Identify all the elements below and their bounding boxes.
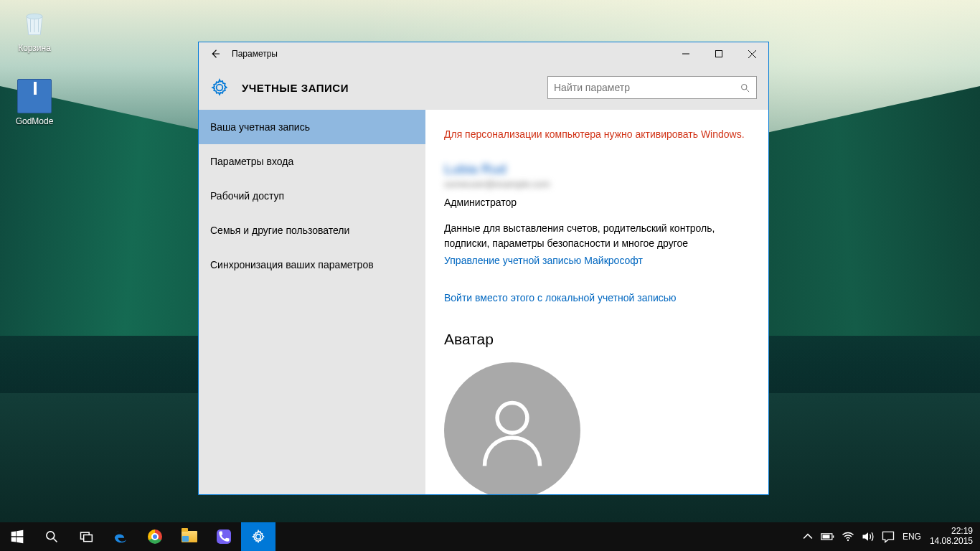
- gear-icon: [251, 529, 265, 544]
- chrome-icon: [148, 529, 162, 544]
- desktop-icon-godmode[interactable]: GodMode: [7, 79, 62, 126]
- taskbar-app-edge[interactable]: [103, 522, 138, 551]
- svg-point-7: [497, 402, 527, 433]
- search-input[interactable]: [554, 82, 740, 93]
- system-tray: ENG 22:19 14.08.2015: [798, 522, 980, 551]
- user-role: Администратор: [444, 197, 750, 208]
- avatar-heading: Аватар: [444, 331, 750, 348]
- taskbar: ENG 22:19 14.08.2015: [0, 522, 980, 551]
- svg-rect-11: [84, 535, 93, 542]
- sidebar-item-your-account[interactable]: Ваша учетная запись: [199, 110, 425, 144]
- settings-body: Ваша учетная запись Параметры входа Рабо…: [199, 110, 768, 494]
- manage-account-link[interactable]: Управление учетной записью Майкрософт: [444, 255, 643, 266]
- svg-rect-14: [822, 535, 829, 539]
- desktop-icon-label: Корзина: [7, 43, 62, 53]
- taskbar-app-explorer[interactable]: [172, 522, 207, 551]
- user-display-name: Lubia Rud: [444, 161, 750, 177]
- tray-battery[interactable]: [818, 522, 838, 551]
- volume-icon: [861, 529, 875, 544]
- godmode-icon: [17, 79, 52, 113]
- settings-sidebar: Ваша учетная запись Параметры входа Рабо…: [199, 110, 425, 494]
- settings-header: УЧЕТНЫЕ ЗАПИСИ: [199, 65, 768, 110]
- user-icon: [473, 391, 552, 470]
- taskbar-app-viber[interactable]: [207, 522, 241, 551]
- tray-wifi[interactable]: [838, 522, 858, 551]
- action-center-icon: [881, 529, 895, 544]
- svg-line-6: [746, 89, 749, 92]
- local-account-link[interactable]: Войти вместо этого с локальной учетной з…: [444, 292, 750, 303]
- svg-rect-2: [716, 51, 722, 57]
- tray-notifications[interactable]: [878, 522, 898, 551]
- svg-point-8: [47, 532, 55, 540]
- tray-clock[interactable]: 22:19 14.08.2015: [925, 527, 980, 547]
- maximize-icon: [715, 50, 722, 57]
- page-title: УЧЕТНЫЕ ЗАПИСИ: [242, 82, 349, 94]
- search-button[interactable]: [34, 522, 69, 551]
- viber-icon: [217, 529, 231, 544]
- sidebar-item-work-access[interactable]: Рабочий доступ: [199, 179, 425, 213]
- taskbar-app-settings[interactable]: [241, 522, 275, 551]
- back-button[interactable]: [199, 42, 232, 65]
- account-description: Данные для выставления счетов, родительс…: [444, 221, 750, 250]
- svg-point-15: [847, 540, 849, 541]
- battery-icon: [821, 529, 835, 544]
- svg-point-5: [742, 84, 748, 90]
- minimize-icon: [682, 50, 689, 57]
- sidebar-item-label: Рабочий доступ: [210, 190, 284, 202]
- settings-window: Параметры УЧЕТНЫЕ ЗАПИСИ Ваша учетная за…: [198, 42, 769, 495]
- close-icon: [748, 50, 756, 58]
- tray-time: 22:19: [930, 527, 973, 537]
- maximize-button[interactable]: [702, 42, 735, 65]
- svg-rect-13: [833, 535, 834, 537]
- window-controls: [669, 42, 768, 65]
- user-email: someuser@example.com: [444, 179, 750, 189]
- tray-volume[interactable]: [858, 522, 878, 551]
- search-icon: [44, 529, 59, 544]
- svg-line-9: [54, 539, 57, 542]
- file-explorer-icon: [182, 531, 197, 542]
- settings-content: Для персонализации компьютера нужно акти…: [425, 110, 768, 494]
- activation-warning: Для персонализации компьютера нужно акти…: [444, 127, 750, 141]
- svg-point-0: [27, 14, 42, 19]
- sidebar-item-sync-settings[interactable]: Синхронизация ваших параметров: [199, 248, 425, 282]
- tray-language[interactable]: ENG: [898, 532, 925, 542]
- avatar-placeholder: [444, 362, 580, 494]
- sidebar-item-label: Синхронизация ваших параметров: [210, 259, 374, 270]
- windows-icon: [10, 529, 24, 544]
- arrow-left-icon: [209, 47, 222, 60]
- wifi-icon: [841, 529, 855, 544]
- task-view-button[interactable]: [69, 522, 103, 551]
- tray-date: 14.08.2015: [930, 537, 973, 547]
- tray-overflow-button[interactable]: [798, 522, 818, 551]
- task-view-icon: [79, 529, 93, 544]
- minimize-button[interactable]: [669, 42, 702, 65]
- search-box[interactable]: [547, 76, 757, 99]
- sidebar-item-label: Параметры входа: [210, 156, 293, 167]
- recycle-bin-icon: [17, 6, 52, 40]
- sidebar-item-label: Семья и другие пользователи: [210, 225, 349, 236]
- sidebar-item-sign-in-options[interactable]: Параметры входа: [199, 144, 425, 179]
- start-button[interactable]: [0, 522, 34, 551]
- titlebar[interactable]: Параметры: [199, 42, 768, 65]
- gear-icon: [210, 78, 229, 97]
- sidebar-item-family-users[interactable]: Семья и другие пользователи: [199, 213, 425, 248]
- taskbar-app-chrome[interactable]: [138, 522, 172, 551]
- desktop-icon-label: GodMode: [7, 116, 62, 126]
- desktop-icon-recycle-bin[interactable]: Корзина: [7, 6, 62, 53]
- edge-icon: [113, 529, 128, 544]
- sidebar-item-label: Ваша учетная запись: [210, 121, 310, 133]
- desktop: Корзина GodMode Параметры УЧЕТНЫЕ ЗАПИСИ: [0, 0, 980, 551]
- chevron-up-icon: [801, 529, 815, 544]
- window-title: Параметры: [232, 49, 278, 59]
- search-icon: [740, 83, 750, 93]
- close-button[interactable]: [735, 42, 768, 65]
